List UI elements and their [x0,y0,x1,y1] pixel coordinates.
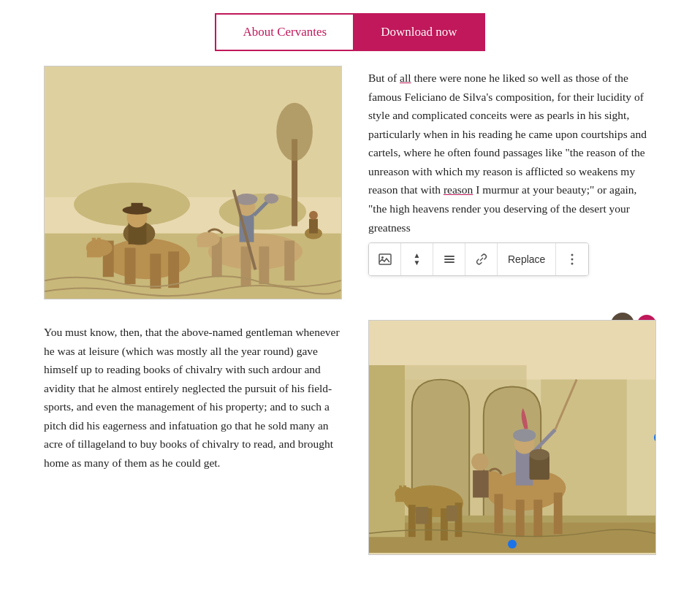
svg-rect-30 [197,242,210,247]
svg-rect-67 [473,470,489,497]
svg-point-6 [276,103,313,161]
underlined-all: all [400,72,411,84]
first-illustration [44,66,342,299]
svg-rect-69 [408,505,416,537]
svg-rect-76 [403,486,406,494]
svg-rect-8 [309,219,318,234]
svg-point-66 [471,454,489,471]
svg-rect-18 [97,238,101,249]
svg-rect-14 [150,253,161,288]
svg-point-44 [571,263,574,265]
left-image-block [44,66,342,299]
bottom-right-image-block: ⚜ 2 [368,320,656,555]
toolbar-link-button[interactable] [465,243,498,275]
svg-rect-39 [444,256,454,257]
bottom-paragraph: You must know, then, that the above-name… [44,323,342,473]
svg-rect-51 [369,365,405,537]
image-toolbar: ▲ ▼ Replace [368,242,589,276]
svg-point-35 [264,194,278,204]
top-row: But of all there were none he liked so w… [44,66,656,299]
svg-rect-12 [168,251,179,288]
download-now-button[interactable]: Download now [354,13,484,51]
svg-rect-56 [554,492,563,534]
main-content: But of all there were none he liked so w… [0,66,700,555]
underlined-reason: reason [444,183,473,196]
about-cervantes-button[interactable]: About Cervantes [215,13,354,51]
svg-rect-37 [379,254,391,264]
svg-rect-74 [395,497,407,502]
svg-rect-13 [125,248,136,284]
right-text-block: But of all there were none he liked so w… [368,66,656,299]
svg-rect-75 [399,486,402,494]
second-illustration [368,320,656,555]
svg-point-61 [513,429,536,442]
svg-rect-55 [533,500,542,537]
svg-rect-41 [444,261,454,263]
toolbar-replace-button[interactable]: Replace [498,243,556,275]
svg-rect-77 [416,507,429,524]
toolbar-arrows-button[interactable]: ▲ ▼ [401,243,433,275]
svg-rect-16 [87,251,102,257]
bottom-row: You must know, then, that the above-name… [44,320,656,555]
svg-rect-54 [516,500,525,537]
toolbar-more-button[interactable] [556,243,588,275]
svg-rect-27 [259,246,269,284]
svg-rect-78 [446,505,458,521]
svg-point-42 [571,254,574,256]
svg-rect-23 [132,203,143,212]
nav-bar: About Cervantes Download now [0,0,700,66]
svg-rect-53 [495,494,503,533]
svg-rect-17 [92,238,96,249]
top-paragraph: But of all there were none he liked so w… [368,69,656,237]
toolbar-image-button[interactable] [369,243,401,275]
blue-dot-bottom[interactable] [508,540,517,548]
svg-point-43 [571,259,574,261]
bottom-left-text: You must know, then, that the above-name… [44,320,342,555]
svg-point-9 [309,211,318,220]
svg-rect-28 [284,241,294,281]
toolbar-align-button[interactable] [433,243,465,275]
svg-point-33 [236,194,258,205]
svg-point-38 [381,256,384,259]
svg-rect-40 [444,259,454,260]
svg-point-65 [530,449,549,461]
